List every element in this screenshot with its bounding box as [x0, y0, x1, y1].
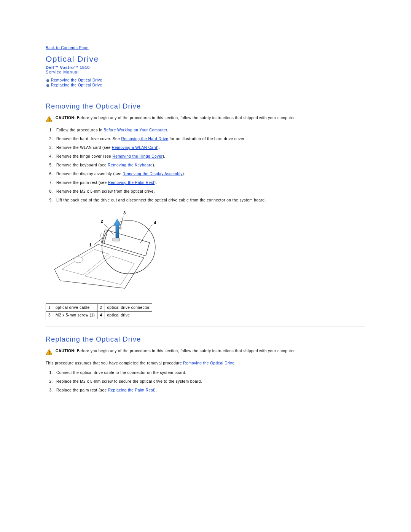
toc-replacing-link[interactable]: Replacing the Optical Drive [51, 83, 102, 87]
caution-body: Before you begin any of the procedures i… [76, 349, 296, 353]
step-text: for an illustration of the hard drive co… [168, 137, 245, 141]
svg-point-3 [74, 257, 83, 263]
list-item: Replace the M2 x 5-mm screw to secure th… [54, 379, 365, 383]
optical-drive-diagram: 1 2 3 4 [49, 208, 365, 297]
removing-palmrest-link[interactable]: Removing the Palm Rest [108, 181, 155, 185]
assume-b: . [234, 361, 236, 365]
removing-steps: Follow the procedures in Before Working … [46, 128, 365, 202]
diagram-label-3: 3 [123, 211, 126, 215]
part-label: optical drive [105, 312, 152, 319]
list-item: Remove the M2 x 5-mm screw from the opti… [54, 189, 365, 193]
step-text: ). [154, 388, 157, 392]
part-number: 4 [97, 312, 105, 319]
step-text: ). [154, 181, 157, 185]
table-row: 1 optical drive cable 2 optical drive co… [46, 304, 152, 312]
removing-wlan-link[interactable]: Removing a WLAN Card [112, 145, 157, 150]
svg-point-6 [119, 227, 121, 229]
assumption-text: This procedure assumes that you have com… [46, 361, 365, 365]
table-row: 3 M2 x 5-mm screw (1) 4 optical drive [46, 312, 152, 319]
step-text: Follow the procedures in [56, 128, 104, 132]
part-label: optical drive cable [53, 304, 97, 312]
step-text: ). [162, 154, 165, 158]
part-label: optical drive connector [105, 304, 152, 312]
before-working-link[interactable]: Before Working on Your Computer [104, 128, 167, 132]
caution-label: CAUTION: [56, 116, 76, 120]
removing-display-link[interactable]: Removing the Display Assembly [123, 172, 182, 176]
removing-optical-link[interactable]: Removing the Optical Drive [183, 361, 234, 365]
page-title: Optical Drive [46, 54, 365, 64]
removing-hard-drive-link[interactable]: Removing the Hard Drive [121, 137, 168, 141]
part-number: 3 [46, 312, 53, 319]
list-item: Remove the keyboard (see Removing the Ke… [54, 163, 365, 167]
caution-text: CAUTION: Before you begin any of the pro… [56, 116, 296, 120]
assume-a: This procedure assumes that you have com… [46, 361, 183, 365]
caution-body: Before you begin any of the procedures i… [76, 116, 296, 120]
step-text: . [167, 128, 168, 132]
step-text: ). [157, 145, 160, 150]
list-item: Remove the WLAN card (see Removing a WLA… [54, 145, 365, 150]
section-divider [46, 326, 365, 326]
list-item: Lift the back end of the drive out and d… [54, 198, 365, 202]
removing-heading: Removing the Optical Drive [46, 102, 365, 110]
back-to-contents-link[interactable]: Back to Contents Page [46, 46, 365, 50]
list-item: Remove the hard drive cover. See Removin… [54, 137, 365, 141]
part-number: 2 [97, 304, 105, 312]
list-item: Remove the hinge cover (see Removing the… [54, 154, 365, 158]
replacing-palmrest-link[interactable]: Replacing the Palm Rest [108, 388, 155, 392]
part-label: M2 x 5-mm screw (1) [53, 312, 97, 319]
removing-hinge-link[interactable]: Removing the Hinge Cover [112, 154, 162, 158]
step-text: ). [183, 172, 185, 176]
caution-icon [46, 116, 53, 122]
diagram-label-1: 1 [89, 243, 92, 247]
step-text: Replace the palm rest (see [56, 388, 108, 392]
diagram-label-4: 4 [154, 220, 156, 225]
step-text: Remove the WLAN card (see [56, 145, 112, 150]
step-text: Remove the hard drive cover. See [56, 137, 121, 141]
caution-icon [46, 349, 53, 355]
diagram-label-2: 2 [100, 219, 103, 224]
step-text: Remove the display assembly (see [56, 172, 123, 176]
manual-label: Service Manual [46, 70, 365, 74]
list-item: Connect the optical drive cable to the c… [54, 371, 365, 375]
svg-rect-1 [49, 118, 49, 119]
step-text: ). [153, 163, 155, 167]
step-text: Remove the hinge cover (see [56, 154, 112, 158]
table-of-contents: Removing the Optical Drive Replacing the… [46, 78, 365, 87]
caution-block: CAUTION: Before you begin any of the pro… [46, 349, 365, 355]
svg-rect-5 [113, 238, 119, 241]
list-item: Remove the display assembly (see Removin… [54, 172, 365, 176]
step-text: Remove the palm rest (see [56, 181, 108, 185]
caution-block: CAUTION: Before you begin any of the pro… [46, 116, 365, 122]
removing-keyboard-link[interactable]: Removing the Keyboard [108, 163, 153, 167]
list-item: Replace the palm rest (see Replacing the… [54, 388, 365, 392]
svg-rect-13 [49, 353, 49, 354]
product-name: Dell™ Vostro™ 1510 [46, 65, 365, 70]
caution-text: CAUTION: Before you begin any of the pro… [56, 349, 296, 353]
list-item: Remove the palm rest (see Removing the P… [54, 181, 365, 185]
step-text: Remove the keyboard (see [56, 163, 108, 167]
replacing-heading: Replacing the Optical Drive [46, 335, 365, 343]
part-number: 1 [46, 304, 53, 312]
parts-table: 1 optical drive cable 2 optical drive co… [46, 304, 152, 319]
svg-rect-2 [49, 120, 49, 121]
replacing-steps: Connect the optical drive cable to the c… [46, 371, 365, 392]
svg-rect-12 [49, 351, 49, 352]
caution-label: CAUTION: [56, 349, 76, 353]
list-item: Follow the procedures in Before Working … [54, 128, 365, 132]
toc-removing-link[interactable]: Removing the Optical Drive [51, 78, 102, 82]
